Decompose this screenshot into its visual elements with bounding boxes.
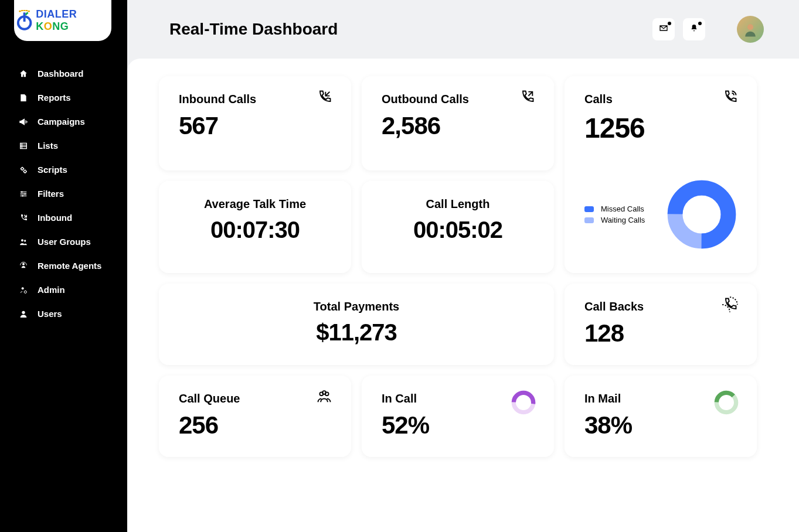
sidebar-item-admin[interactable]: Admin	[0, 278, 127, 302]
phone-in-icon	[19, 213, 28, 223]
svg-rect-1	[23, 12, 26, 22]
sidebar-item-label: Remote Agents	[38, 261, 101, 271]
sidebar-item-label: User Groups	[38, 237, 91, 247]
home-icon	[19, 69, 28, 79]
card-call-backs: Call Backs 128	[565, 284, 757, 365]
sidebar-item-label: Lists	[38, 141, 58, 151]
sidebar-item-lists[interactable]: Lists	[0, 134, 127, 158]
headset-network-icon	[19, 261, 28, 271]
sidebar-item-label: Admin	[38, 285, 65, 295]
chart-file-icon	[19, 93, 28, 103]
sidebar-item-remote-agents[interactable]: Remote Agents	[0, 254, 127, 278]
list-icon	[19, 141, 28, 151]
svg-point-2	[19, 11, 21, 12]
phone-incoming-icon	[316, 89, 334, 107]
card-value: 256	[179, 411, 331, 439]
main-nav: Dashboard Reports Campaigns Lists Script…	[0, 41, 127, 326]
in-mail-gauge	[713, 390, 739, 415]
svg-point-18	[747, 24, 753, 30]
card-label: Call Length	[382, 197, 534, 211]
phone-ringing-icon	[722, 89, 739, 107]
card-value: 1256	[584, 112, 737, 144]
svg-point-9	[21, 191, 23, 193]
sidebar-item-user-groups[interactable]: User Groups	[0, 230, 127, 254]
calls-legend: Missed Calls Waiting Calls	[584, 202, 645, 227]
svg-point-14	[22, 262, 25, 265]
card-outbound-calls: Outbound Calls 2,586	[362, 76, 554, 170]
sidebar-item-label: Users	[38, 309, 62, 319]
card-label: Call Backs	[584, 300, 737, 313]
svg-point-16	[24, 291, 26, 293]
sidebar-item-label: Inbound	[38, 213, 72, 223]
notifications-button[interactable]	[683, 18, 705, 40]
card-value: 00:05:02	[382, 217, 534, 243]
card-label: Average Talk Time	[179, 197, 331, 211]
content: Inbound Calls 567 Outbound Calls 2,586 C…	[127, 59, 799, 532]
svg-point-17	[22, 311, 25, 313]
brand-mark-icon	[14, 10, 35, 31]
card-value: $11,273	[179, 319, 534, 346]
card-value: 52%	[382, 411, 534, 439]
legend-swatch-missed	[584, 206, 594, 212]
card-label: Inbound Calls	[179, 93, 331, 106]
brand-text: DIALER KONG	[36, 8, 111, 33]
card-value: 00:07:30	[179, 217, 331, 243]
card-value: 38%	[584, 411, 737, 439]
notification-dot	[698, 22, 702, 25]
svg-point-13	[24, 240, 26, 241]
legend-label: Waiting Calls	[601, 216, 645, 224]
gears-icon	[19, 165, 28, 175]
card-label: Calls	[584, 93, 737, 106]
page-title: Real-Time Dashboard	[169, 20, 338, 39]
card-in-mail: In Mail 38%	[565, 376, 757, 457]
user-gear-icon	[19, 285, 28, 295]
card-avg-talk-time: Average Talk Time 00:07:30	[159, 181, 351, 274]
card-value: 2,586	[382, 112, 534, 140]
logo[interactable]: DIALER KONG	[14, 0, 111, 41]
sidebar-item-scripts[interactable]: Scripts	[0, 158, 127, 182]
sidebar-item-label: Filters	[38, 189, 64, 199]
avatar-placeholder-icon	[742, 21, 759, 38]
card-inbound-calls: Inbound Calls 567	[159, 76, 351, 170]
card-total-payments: Total Payments $11,273	[159, 284, 554, 365]
sidebar-item-users[interactable]: Users	[0, 302, 127, 326]
topbar: Real-Time Dashboard	[127, 0, 799, 59]
svg-point-10	[24, 193, 26, 195]
phone-outgoing-icon	[519, 89, 536, 107]
card-calls: Calls 1256 Missed Calls Waiting Calls	[565, 76, 757, 273]
svg-point-7	[21, 168, 23, 170]
sidebar-item-inbound[interactable]: Inbound	[0, 206, 127, 230]
user-icon	[19, 309, 28, 319]
sidebar-item-campaigns[interactable]: Campaigns	[0, 110, 127, 134]
sidebar-item-reports[interactable]: Reports	[0, 86, 127, 110]
messages-button[interactable]	[652, 18, 675, 40]
legend-swatch-waiting	[584, 217, 594, 223]
sidebar-item-label: Dashboard	[38, 69, 83, 79]
svg-point-8	[24, 170, 26, 172]
sidebar: DIALER KONG Dashboard Reports Campaigns …	[0, 0, 127, 532]
sidebar-item-dashboard[interactable]: Dashboard	[0, 62, 127, 86]
in-call-gauge	[511, 390, 536, 415]
sidebar-item-filters[interactable]: Filters	[0, 182, 127, 206]
card-label: Call Queue	[179, 392, 331, 405]
calls-donut-chart	[667, 179, 737, 250]
avatar[interactable]	[737, 16, 764, 43]
card-value: 128	[584, 319, 737, 347]
card-value: 567	[179, 112, 331, 140]
notification-dot	[668, 22, 671, 25]
bell-icon	[689, 23, 699, 35]
megaphone-icon	[19, 117, 28, 127]
sidebar-item-label: Reports	[38, 93, 71, 103]
svg-point-11	[22, 195, 23, 197]
envelope-icon	[659, 23, 668, 35]
sliders-icon	[19, 189, 28, 199]
sidebar-item-label: Campaigns	[38, 117, 85, 127]
people-group-icon	[316, 388, 334, 406]
card-in-call: In Call 52%	[362, 376, 554, 457]
svg-point-6	[28, 11, 30, 12]
svg-point-23	[322, 391, 326, 394]
callback-icon	[722, 296, 739, 314]
card-label: Total Payments	[179, 300, 534, 313]
svg-point-15	[22, 287, 24, 289]
svg-point-12	[21, 239, 23, 241]
